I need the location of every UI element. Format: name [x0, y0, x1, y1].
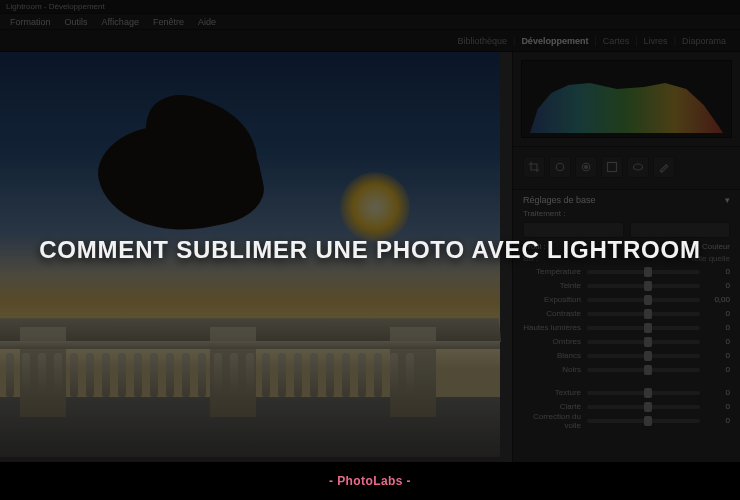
photo-ornament: [80, 92, 300, 262]
menu-item-affichage[interactable]: Affichage: [102, 16, 139, 27]
histogram-graph: [530, 75, 723, 133]
slider-thumb[interactable]: [644, 337, 652, 347]
work-zone: Réglages de base ▾ Traitement : Profil :…: [0, 52, 740, 480]
treatment-color-button[interactable]: [523, 222, 624, 238]
svg-point-2: [585, 166, 588, 169]
svg-point-0: [556, 163, 564, 171]
slider-value[interactable]: 0: [706, 351, 730, 360]
slider-value[interactable]: 0: [706, 365, 730, 374]
crop-tool-icon[interactable]: [523, 156, 545, 178]
slider-ombres[interactable]: Ombres 0: [523, 336, 730, 347]
slider-label: Hautes lumières: [523, 323, 581, 332]
module-bibliotheque[interactable]: Bibliothèque: [457, 36, 507, 46]
menu-item-aide[interactable]: Aide: [198, 16, 216, 27]
slider-label: Clarté: [523, 402, 581, 411]
slider-thumb[interactable]: [644, 351, 652, 361]
slider-thumb[interactable]: [644, 323, 652, 333]
slider-thumb[interactable]: [644, 388, 652, 398]
slider-label: Correction du voile: [523, 412, 581, 430]
slider-track[interactable]: [587, 326, 700, 330]
slider-label: Teinte: [523, 281, 581, 290]
brand-label: - PhotoLabs -: [329, 474, 411, 488]
slider-thumb[interactable]: [644, 365, 652, 375]
image-canvas[interactable]: [0, 52, 512, 480]
slider-thumb[interactable]: [644, 267, 652, 277]
slider-thumb[interactable]: [644, 295, 652, 305]
module-diaporama[interactable]: Diaporama: [682, 36, 726, 46]
basic-panel-header: Réglages de base: [523, 195, 596, 205]
histogram-panel[interactable]: [521, 60, 732, 138]
slider-value[interactable]: 0: [706, 323, 730, 332]
treatment-bw-button[interactable]: [630, 222, 731, 238]
wb-label: BB :: [523, 254, 538, 263]
slider-value[interactable]: 0: [706, 388, 730, 397]
module-livres[interactable]: Livres: [644, 36, 668, 46]
slider-clarte[interactable]: Clarté 0: [523, 401, 730, 412]
gradient-filter-icon[interactable]: [601, 156, 623, 178]
slider-label: Exposition: [523, 295, 581, 304]
profile-value[interactable]: Couleur: [702, 242, 730, 251]
svg-rect-3: [608, 163, 617, 172]
slider-label: Noirs: [523, 365, 581, 374]
slider-track[interactable]: [587, 354, 700, 358]
slider-teinte[interactable]: Teinte 0: [523, 280, 730, 291]
slider-value[interactable]: 0: [706, 402, 730, 411]
photo-bridge: [0, 267, 500, 457]
svg-point-4: [634, 164, 643, 170]
module-cartes[interactable]: Cartes: [603, 36, 630, 46]
slider-value[interactable]: 0: [706, 267, 730, 276]
footer-strip: - PhotoLabs -: [0, 462, 740, 500]
menu-item-formation[interactable]: Formation: [10, 16, 51, 27]
slider-thumb[interactable]: [644, 416, 652, 426]
slider-value[interactable]: 0: [706, 337, 730, 346]
slider-track[interactable]: [587, 391, 700, 395]
window-title: Lightroom - Développement: [6, 2, 105, 11]
slider-voile[interactable]: Correction du voile 0: [523, 415, 730, 426]
slider-exposition[interactable]: Exposition 0,00: [523, 294, 730, 305]
treatment-label: Traitement :: [523, 209, 565, 218]
module-separator: |: [635, 36, 637, 46]
module-separator: |: [513, 36, 515, 46]
slider-track[interactable]: [587, 368, 700, 372]
radial-filter-icon[interactable]: [627, 156, 649, 178]
module-separator: |: [594, 36, 596, 46]
edited-photo: [0, 52, 500, 457]
slider-label: Contraste: [523, 309, 581, 318]
slider-track[interactable]: [587, 284, 700, 288]
slider-noirs[interactable]: Noirs 0: [523, 364, 730, 375]
slider-track[interactable]: [587, 270, 700, 274]
menu-item-fenetre[interactable]: Fenêtre: [153, 16, 184, 27]
profile-label: Profil :: [523, 242, 546, 251]
slider-blancs[interactable]: Blancs 0: [523, 350, 730, 361]
redeye-icon[interactable]: [575, 156, 597, 178]
wb-value[interactable]: Telle quelle: [690, 254, 730, 263]
slider-track[interactable]: [587, 312, 700, 316]
photo-sun: [340, 172, 410, 242]
slider-thumb[interactable]: [644, 281, 652, 291]
slider-track[interactable]: [587, 419, 700, 423]
spot-removal-icon[interactable]: [549, 156, 571, 178]
slider-thumb[interactable]: [644, 309, 652, 319]
module-developpement[interactable]: Développement: [521, 36, 588, 46]
slider-track[interactable]: [587, 405, 700, 409]
panel-collapse-icon[interactable]: ▾: [725, 195, 730, 205]
slider-track[interactable]: [587, 298, 700, 302]
slider-track[interactable]: [587, 340, 700, 344]
slider-value[interactable]: 0: [706, 416, 730, 425]
slider-value[interactable]: 0,00: [706, 295, 730, 304]
slider-value[interactable]: 0: [706, 309, 730, 318]
module-picker: Bibliothèque | Développement | Cartes | …: [0, 30, 740, 52]
brush-tool-icon[interactable]: [653, 156, 675, 178]
menu-item-outils[interactable]: Outils: [65, 16, 88, 27]
slider-value[interactable]: 0: [706, 281, 730, 290]
slider-texture[interactable]: Texture 0: [523, 387, 730, 398]
slider-label: Température: [523, 267, 581, 276]
slider-label: Blancs: [523, 351, 581, 360]
slider-contraste[interactable]: Contraste 0: [523, 308, 730, 319]
slider-label: Texture: [523, 388, 581, 397]
slider-label: Ombres: [523, 337, 581, 346]
slider-hautes-lumieres[interactable]: Hautes lumières 0: [523, 322, 730, 333]
slider-temperature[interactable]: Température 0: [523, 266, 730, 277]
develop-right-panel: Réglages de base ▾ Traitement : Profil :…: [512, 52, 740, 480]
slider-thumb[interactable]: [644, 402, 652, 412]
